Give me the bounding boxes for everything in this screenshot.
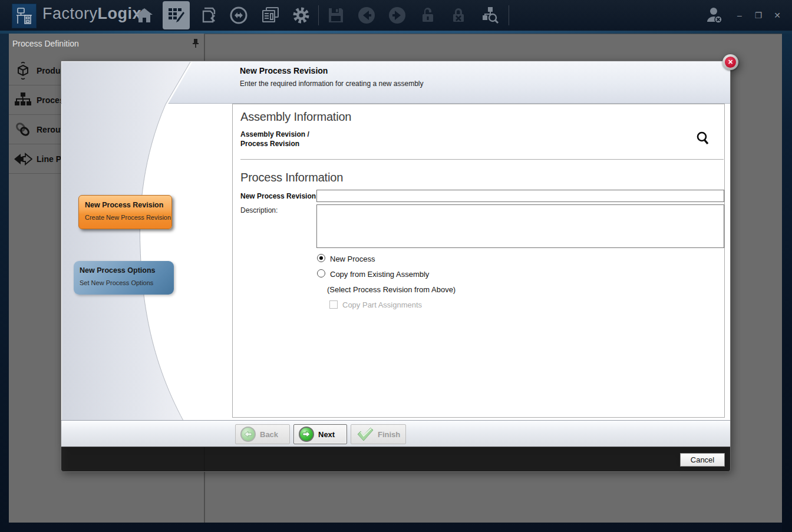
finish-check-icon <box>356 427 374 442</box>
reroute-icon <box>13 120 33 140</box>
next-button-label: Next <box>318 430 335 439</box>
product-icon <box>13 61 33 81</box>
finish-button-label: Finish <box>378 430 400 439</box>
assembly-revision-label-line1: Assembly Revision / <box>240 130 309 138</box>
toolbar-separator <box>318 5 319 25</box>
maximize-button[interactable]: ❐ <box>753 11 764 20</box>
back-button[interactable]: Back <box>235 424 290 444</box>
factorylogix-logo-icon <box>12 4 37 28</box>
description-textarea[interactable] <box>316 204 724 248</box>
line-process-icon <box>13 149 33 169</box>
new-process-radio-label[interactable]: New Process <box>330 255 375 263</box>
description-label: Description: <box>240 206 278 214</box>
cancel-button[interactable]: Cancel <box>680 453 725 467</box>
dialog-subtitle: Enter the required information for creat… <box>240 80 424 88</box>
copy-part-assignments-label: Copy Part Assignments <box>342 300 422 309</box>
next-arrow-icon <box>299 427 314 442</box>
minimize-button[interactable]: – <box>734 11 745 20</box>
pin-icon[interactable] <box>192 38 200 50</box>
dialog-close-button[interactable]: ✕ <box>722 54 738 70</box>
logout-user-icon[interactable] <box>702 2 726 29</box>
toolbar-separator <box>509 5 509 25</box>
redo-icon[interactable] <box>384 2 411 29</box>
dialog-footer: Cancel <box>61 447 731 472</box>
new-process-radio[interactable] <box>317 254 325 262</box>
wizard-step-new-process-revision[interactable]: New Process Revision Create New Process … <box>78 195 172 229</box>
back-arrow-icon <box>240 427 256 442</box>
close-window-button[interactable]: ✕ <box>772 11 783 20</box>
copy-from-existing-radio[interactable] <box>317 269 325 277</box>
transfer-icon[interactable] <box>225 2 252 29</box>
next-button[interactable]: Next <box>293 424 347 444</box>
copy-part-assignments-checkbox[interactable] <box>329 300 338 309</box>
lock-x-icon[interactable] <box>445 2 472 29</box>
sidebar-title: Process Definition <box>12 39 79 48</box>
new-process-revision-label: New Process Revision: <box>240 192 318 200</box>
assembly-information-heading: Assembly Information <box>240 110 351 124</box>
dialog-body: New Process Revision Enter the required … <box>61 61 731 447</box>
save-icon[interactable] <box>322 2 349 29</box>
home-icon[interactable] <box>131 2 158 29</box>
wizard-button-bar: Back Next Finish <box>61 420 730 447</box>
settings-gear-icon[interactable] <box>288 2 315 29</box>
divider <box>205 34 782 34</box>
process-icon <box>13 90 33 110</box>
back-button-label: Back <box>260 430 278 439</box>
process-definition-icon[interactable] <box>163 1 190 29</box>
search-icon[interactable] <box>696 131 710 148</box>
assembly-revision-label-line2: Process Revision <box>240 140 299 148</box>
step-title: New Process Revision <box>79 196 171 209</box>
import-data-icon[interactable] <box>194 2 222 29</box>
finish-button[interactable]: Finish <box>351 424 406 444</box>
new-process-revision-dialog: New Process Revision Enter the required … <box>61 61 731 472</box>
sidebar-item-label: Rerout <box>37 125 63 134</box>
sidebar-header: Process Definition <box>9 34 204 55</box>
process-information-heading: Process Information <box>240 171 343 184</box>
unlock-icon[interactable] <box>414 2 441 29</box>
window-border-left <box>0 34 9 532</box>
new-process-revision-input[interactable] <box>316 190 724 202</box>
step-subtitle: Set New Process Options <box>74 275 174 286</box>
window-border-right <box>782 34 792 532</box>
copy-from-existing-radio-label[interactable]: Copy from Existing Assembly <box>330 270 429 279</box>
wizard-step-new-process-options[interactable]: New Process Options Set New Process Opti… <box>74 261 174 295</box>
application-window: FactoryLogix™ <box>0 0 792 532</box>
section-separator <box>240 159 724 160</box>
reports-icon[interactable] <box>257 2 284 29</box>
dialog-content: Assembly Information Assembly Revision /… <box>232 104 725 418</box>
close-icon: ✕ <box>725 57 736 68</box>
select-process-revision-hint: (Select Process Revision from Above) <box>327 285 456 294</box>
titlebar: FactoryLogix™ <box>0 0 792 31</box>
step-subtitle: Create New Process Revision <box>79 209 171 221</box>
audit-search-icon[interactable] <box>477 2 504 29</box>
undo-icon[interactable] <box>353 2 380 29</box>
sidebar-item-label: Proces <box>37 95 64 105</box>
step-title: New Process Options <box>74 261 174 275</box>
